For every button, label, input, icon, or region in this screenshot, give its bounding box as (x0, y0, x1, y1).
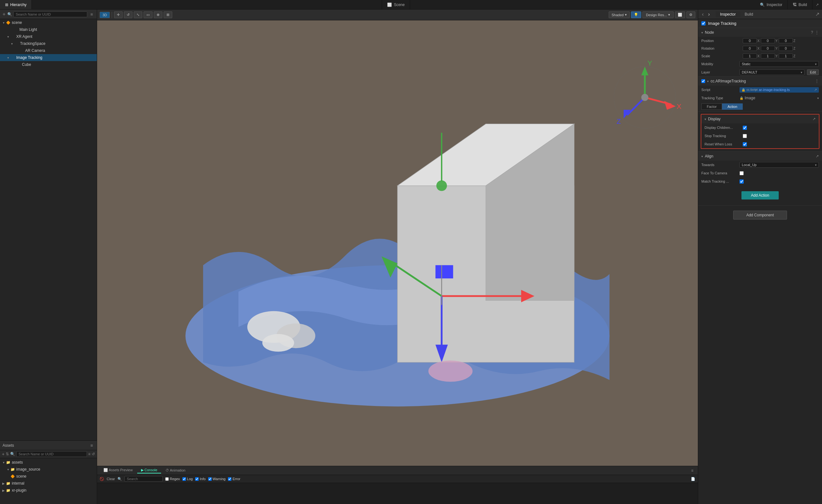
stop-tracking-checkbox[interactable] (743, 134, 747, 138)
rect-tool-btn[interactable]: ▭ (143, 11, 152, 18)
asset-item-xr-plugin[interactable]: ▶ 📁 xr-plugin (0, 487, 97, 494)
hierarchy-menu-icon[interactable]: ≡ (89, 11, 94, 17)
rotation-z-input[interactable] (779, 46, 793, 51)
inspector-back-btn[interactable]: ‹ (701, 11, 705, 18)
asset-search-input[interactable] (16, 451, 87, 457)
info-checkbox[interactable] (195, 477, 198, 481)
info-checkbox-label[interactable]: Info (195, 477, 206, 481)
move-tool-btn[interactable]: ✛ (114, 11, 122, 18)
regex-checkbox-label[interactable]: Regex (165, 477, 180, 481)
face-to-camera-checkbox[interactable] (740, 171, 744, 175)
console-search-input[interactable] (124, 476, 163, 482)
snap-tool-btn[interactable]: ⊞ (164, 11, 172, 18)
cc-ar-tracking-checkbox[interactable] (701, 79, 705, 83)
animation-tab[interactable]: ⏱ Animation (162, 468, 189, 473)
align-section-header[interactable]: ▾ Align ↗ (698, 152, 822, 161)
rotation-y-input[interactable] (761, 46, 775, 51)
layer-edit-btn[interactable]: Edit (807, 69, 819, 75)
inspector-forward-btn[interactable]: › (707, 11, 711, 18)
window-expand-icon[interactable]: ↗ (812, 0, 822, 9)
design-res-dropdown[interactable]: Design Res... ▾ (643, 11, 674, 18)
mobility-dropdown[interactable]: Static ▾ (740, 61, 819, 67)
console-tab[interactable]: ▶ Console (137, 467, 161, 473)
component-enabled-checkbox[interactable] (701, 21, 706, 25)
scale-tool-btn[interactable]: ⤡ (134, 11, 142, 18)
hierarchy-search-input[interactable] (13, 11, 87, 17)
settings-btn[interactable]: ⚙ (686, 11, 695, 18)
match-tracking-row: Match Tracking ... (698, 177, 822, 185)
add-action-btn[interactable]: Add Action (742, 191, 779, 199)
log-checkbox-label[interactable]: Log (182, 477, 192, 481)
search-asset-icon[interactable]: 🔍 (10, 452, 15, 456)
build-tab-btn[interactable]: 🏗 Build (788, 0, 812, 9)
svg-text:Z: Z (616, 117, 621, 125)
expand-asset-icon[interactable]: ⇅ (6, 452, 9, 456)
scale-x-input[interactable] (743, 53, 757, 59)
rotate-tool-btn[interactable]: ↺ (124, 11, 132, 18)
display-section-header[interactable]: ▾ Display ↗ (701, 115, 819, 123)
script-external-link[interactable]: ↗ (814, 88, 817, 92)
tree-item-tracking-space[interactable]: ▾ TrackingSpace (0, 40, 97, 47)
cc-ar-tracking-more-icon[interactable]: ⋮ (815, 79, 819, 83)
error-checkbox[interactable] (228, 477, 232, 481)
list-view-icon[interactable]: ≡ (88, 452, 90, 456)
factor-tab[interactable]: Factor (701, 103, 722, 110)
layer-dropdown[interactable]: DEFAULT ▾ (740, 69, 805, 75)
layer-value-text: DEFAULT (742, 70, 757, 74)
asset-item-scene[interactable]: 🔶 scene (0, 473, 97, 480)
asset-item-image-source[interactable]: ▾ 📁 image_source (0, 466, 97, 473)
node-section-header[interactable]: ▾ Node ? ⋮ (698, 28, 822, 37)
tree-item-xr-agent[interactable]: ▾ XR Agent (0, 33, 97, 40)
add-asset-icon[interactable]: + (2, 451, 4, 457)
hierarchy-tab[interactable]: ⊞ Hierarchy (0, 0, 32, 9)
position-x-input[interactable] (743, 38, 757, 43)
assets-menu-icon[interactable]: ≡ (89, 442, 94, 449)
cc-ar-tracking-header[interactable]: ▾ cc.ARImageTracking ⋮ (698, 77, 822, 86)
align-external-link[interactable]: ↗ (816, 154, 819, 158)
tree-item-scene[interactable]: ▾ 🔶 scene (0, 19, 97, 26)
log-checkbox[interactable] (182, 477, 186, 481)
match-tracking-checkbox[interactable] (740, 179, 744, 184)
warning-checkbox-label[interactable]: Warning (208, 477, 226, 481)
asset-item-assets[interactable]: ▾ 📁 assets (0, 459, 97, 466)
shaded-dropdown[interactable]: Shaded ▾ (609, 11, 630, 18)
tree-item-cube[interactable]: Cube (0, 61, 97, 68)
node-more-icon[interactable]: ⋮ (815, 30, 819, 35)
rotation-x-input[interactable] (743, 46, 757, 51)
reset-when-loss-checkbox[interactable] (743, 142, 747, 146)
tree-item-image-tracking[interactable]: ▾ Image Tracking (0, 54, 97, 61)
add-component-btn[interactable]: Add Component (733, 211, 787, 220)
node-help-icon[interactable]: ? (811, 30, 813, 35)
clear-label[interactable]: Clear (107, 477, 115, 481)
light-btn[interactable]: 💡 (631, 11, 641, 18)
position-y-input[interactable] (761, 38, 775, 43)
transform-tool-btn[interactable]: ⊕ (154, 11, 162, 18)
warning-checkbox[interactable] (208, 477, 212, 481)
scale-z-input[interactable] (779, 53, 793, 59)
assets-preview-tab[interactable]: ⬜ Assets Preview (100, 467, 136, 473)
position-z-input[interactable] (779, 38, 793, 43)
tree-item-ar-camera[interactable]: AR Camera (0, 47, 97, 54)
clear-btn[interactable]: 🚫 (100, 477, 104, 481)
console-export-icon[interactable]: 📄 (691, 477, 695, 481)
scale-y-input[interactable] (761, 53, 775, 59)
inspector-tab[interactable]: Inspector (716, 11, 740, 17)
build-tab[interactable]: Build (740, 11, 758, 17)
inspector-tab-btn[interactable]: 🔍 Inspector (755, 0, 788, 9)
display-children-checkbox[interactable] (743, 126, 747, 130)
refresh-icon[interactable]: ↺ (92, 452, 95, 456)
asset-item-internal[interactable]: ▶ 📁 internal (0, 480, 97, 487)
error-checkbox-label[interactable]: Error (228, 477, 240, 481)
3d-btn[interactable]: 3D (100, 12, 110, 18)
scene-tab[interactable]: ⬜ Scene (382, 0, 410, 9)
add-node-icon[interactable]: + (3, 11, 5, 17)
action-tab[interactable]: Action (722, 103, 743, 110)
script-filename[interactable]: ar-image-tracking.ts (759, 88, 813, 92)
display-external-link[interactable]: ↗ (812, 117, 816, 121)
inspector-expand-icon[interactable]: ↗ (815, 11, 819, 17)
tree-item-main-light[interactable]: Main Light (0, 26, 97, 33)
screenshot-btn[interactable]: ⬜ (675, 11, 685, 18)
towards-dropdown[interactable]: Local_Up ▾ (740, 162, 819, 168)
console-panel-menu[interactable]: ≡ (689, 468, 695, 473)
regex-checkbox[interactable] (165, 477, 169, 481)
